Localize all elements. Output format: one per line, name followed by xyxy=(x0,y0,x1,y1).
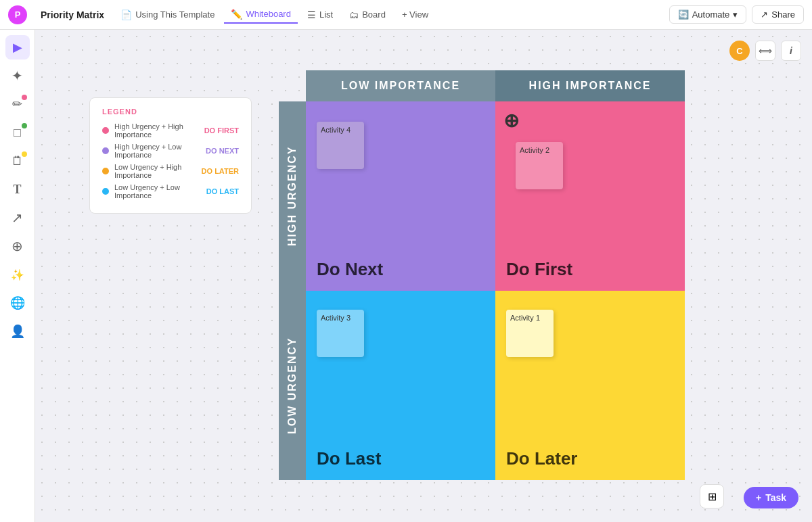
whiteboard-icon: ✏️ xyxy=(231,9,242,20)
list-icon: ☰ xyxy=(307,9,316,20)
tool-text[interactable]: T xyxy=(5,177,30,201)
sparkle-icon: ✨ xyxy=(11,268,24,281)
grid-view-button[interactable]: ⊞ xyxy=(700,484,724,508)
canvas[interactable]: C ⟺ i LEGEND High Urgency + High Importa… xyxy=(35,30,812,522)
tool-globe[interactable]: 🌐 xyxy=(5,291,30,315)
legend-label-do-next: High Urgency + Low Importance xyxy=(114,143,200,159)
template-icon: 📄 xyxy=(120,9,132,20)
sidebar: ▶ ✦ ✏ □ 🗒 T ↗ ⊕ ✨ 🌐 xyxy=(0,30,35,522)
sticky-activity1[interactable]: Activity 1 xyxy=(506,310,554,357)
matrix-row-high-urgency: HIGH URGENCY Activity 4 Do Next ⊕ Activi… xyxy=(279,101,685,291)
shape-icon: □ xyxy=(14,126,21,140)
tool-connect[interactable]: ⊕ xyxy=(5,234,30,258)
globe-icon: 🌐 xyxy=(10,295,25,310)
share-button[interactable]: ↗ Share xyxy=(752,5,804,24)
automate-chevron-icon: ▾ xyxy=(733,9,738,20)
user-avatar[interactable]: C xyxy=(729,41,750,61)
legend-item-do-next: High Urgency + Low Importance DO NEXT xyxy=(102,143,239,159)
task-plus-icon: + xyxy=(756,492,761,503)
sticky-activity2[interactable]: Activity 2 xyxy=(516,142,563,189)
col-header-low-importance: LOW IMPORTANCE xyxy=(306,70,495,101)
importance-icon: ⊕ xyxy=(503,110,519,132)
nav-item-add-view[interactable]: + View xyxy=(395,7,435,22)
quadrant-do-later[interactable]: Activity 1 Do Later xyxy=(495,291,685,480)
quadrant-do-last[interactable]: Activity 3 Do Last xyxy=(306,291,495,480)
legend-label-do-first: High Urgency + High Importance xyxy=(114,122,199,139)
legend-tag-do-later: DO LATER xyxy=(202,167,239,175)
quadrant-label-do-next: Do Next xyxy=(317,259,383,280)
legend: LEGEND High Urgency + High Importance DO… xyxy=(89,97,252,214)
connect-icon: ⊕ xyxy=(12,238,23,254)
task-button[interactable]: + Task xyxy=(744,487,798,508)
nav-item-whiteboard[interactable]: ✏️ Whiteboard xyxy=(224,6,297,24)
automate-icon: 🔄 xyxy=(678,9,689,20)
legend-dot-do-later xyxy=(102,168,109,174)
header: P Priority Matrix 📄 Using This Template … xyxy=(0,0,812,30)
person-icon: 👤 xyxy=(10,324,25,339)
fit-view-button[interactable]: ⟺ xyxy=(755,41,775,61)
board-icon: 🗂 xyxy=(349,9,359,20)
col-header-high-importance: HIGH IMPORTANCE xyxy=(495,70,685,101)
sticky-activity4[interactable]: Activity 4 xyxy=(317,122,364,169)
magic-icon: ✦ xyxy=(12,68,23,84)
tool-line[interactable]: ↗ xyxy=(5,206,30,230)
text-icon: T xyxy=(13,183,21,197)
legend-dot-do-last xyxy=(102,188,109,195)
fit-view-icon: ⟺ xyxy=(759,45,772,56)
tool-magic[interactable]: ✦ xyxy=(5,64,30,88)
share-icon: ↗ xyxy=(761,9,768,20)
tool-sparkle[interactable]: ✨ xyxy=(5,262,30,287)
legend-item-do-later: Low Urgency + High Importance DO LATER xyxy=(102,163,239,179)
note-dot xyxy=(22,151,27,157)
nav-item-list[interactable]: ☰ List xyxy=(300,7,340,23)
row-label-high-urgency: HIGH URGENCY xyxy=(279,101,306,291)
matrix-row-low-urgency: LOW URGENCY Activity 3 Do Last Activity … xyxy=(279,291,685,480)
tool-pen[interactable]: ✏ xyxy=(5,92,30,116)
tool-select[interactable]: ▶ xyxy=(5,35,30,60)
note-icon: 🗒 xyxy=(12,154,24,168)
nav-item-board[interactable]: 🗂 Board xyxy=(342,7,392,23)
quadrant-label-do-later: Do Later xyxy=(506,448,577,469)
sticky-activity3[interactable]: Activity 3 xyxy=(317,310,364,357)
legend-item-do-first: High Urgency + High Importance DO FIRST xyxy=(102,122,239,139)
row-label-low-urgency: LOW URGENCY xyxy=(279,291,306,480)
line-icon: ↗ xyxy=(12,210,23,226)
legend-dot-do-first xyxy=(102,127,109,134)
quadrant-do-next[interactable]: Activity 4 Do Next xyxy=(306,101,495,291)
tool-shape[interactable]: □ xyxy=(5,120,30,145)
quadrant-label-do-last: Do Last xyxy=(317,448,381,469)
legend-label-do-later: Low Urgency + High Importance xyxy=(114,163,196,179)
col-headers: LOW IMPORTANCE HIGH IMPORTANCE xyxy=(306,70,685,101)
quadrant-do-first[interactable]: ⊕ Activity 2 Do First xyxy=(495,101,685,291)
info-icon: i xyxy=(790,45,792,56)
pen-icon: ✏ xyxy=(12,97,22,112)
header-right: 🔄 Automate ▾ ↗ Share xyxy=(669,5,804,24)
legend-tag-do-next: DO NEXT xyxy=(206,147,239,155)
info-button[interactable]: i xyxy=(781,41,801,61)
quadrant-label-do-first: Do First xyxy=(506,259,572,280)
automate-button[interactable]: 🔄 Automate ▾ xyxy=(669,5,747,24)
grid-icon: ⊞ xyxy=(708,490,717,503)
legend-dot-do-next xyxy=(102,147,109,154)
legend-tag-do-last: DO LAST xyxy=(206,187,239,195)
nav-item-using-template[interactable]: 📄 Using This Template xyxy=(114,7,221,23)
legend-tag-do-first: DO FIRST xyxy=(204,126,239,135)
canvas-controls: C ⟺ i xyxy=(729,41,801,61)
app-logo: P xyxy=(8,5,27,24)
legend-item-do-last: Low Urgency + Low Importance DO LAST xyxy=(102,183,239,199)
legend-title: LEGEND xyxy=(102,108,239,116)
pen-dot xyxy=(22,95,27,100)
select-icon: ▶ xyxy=(13,40,22,55)
tool-person[interactable]: 👤 xyxy=(5,319,30,343)
priority-matrix: LOW IMPORTANCE HIGH IMPORTANCE HIGH URGE… xyxy=(279,70,685,480)
shape-dot xyxy=(22,123,27,128)
legend-label-do-last: Low Urgency + Low Importance xyxy=(114,183,201,199)
nav-item-priority-matrix[interactable]: Priority Matrix xyxy=(34,7,111,23)
main-layout: ▶ ✦ ✏ □ 🗒 T ↗ ⊕ ✨ 🌐 xyxy=(0,30,812,522)
tool-note[interactable]: 🗒 xyxy=(5,149,30,173)
